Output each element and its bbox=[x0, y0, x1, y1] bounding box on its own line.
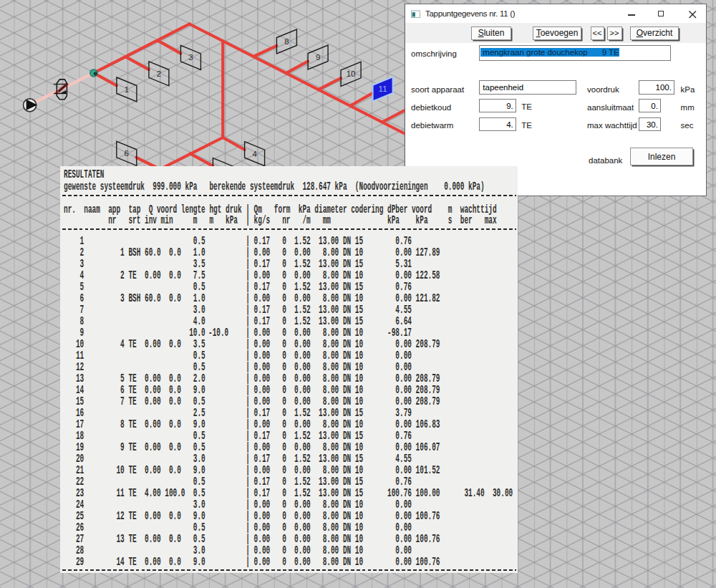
svg-text:8: 8 bbox=[284, 37, 289, 46]
svg-text:2: 2 bbox=[157, 69, 161, 78]
svg-text:1: 1 bbox=[125, 85, 129, 94]
svg-text:6: 6 bbox=[125, 149, 129, 158]
svg-text:10: 10 bbox=[347, 69, 356, 78]
svg-text:11: 11 bbox=[379, 85, 387, 93]
svg-text:3: 3 bbox=[188, 53, 193, 62]
svg-text:4: 4 bbox=[252, 150, 257, 158]
svg-text:9: 9 bbox=[316, 53, 320, 62]
